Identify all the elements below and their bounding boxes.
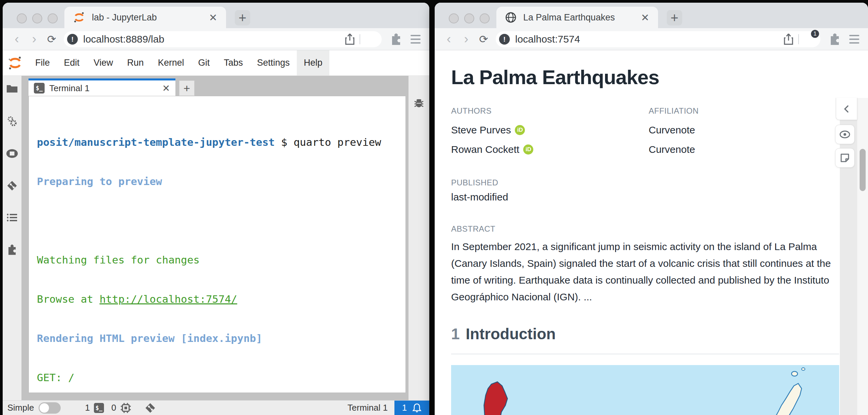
menu-kernel[interactable]: Kernel — [151, 50, 191, 75]
orcid-icon[interactable]: iD — [523, 145, 533, 155]
browser-tab-lapalma[interactable]: La Palma Earthquakes ✕ — [496, 7, 658, 28]
jupyterlab-activity-bar — [3, 76, 22, 400]
brave-shields-icon[interactable] — [365, 33, 377, 46]
debugger-bug-icon[interactable] — [413, 97, 425, 108]
menu-tabs[interactable]: Tabs — [217, 50, 250, 75]
share-icon[interactable] — [345, 33, 355, 45]
zoom-window-button[interactable] — [479, 13, 490, 24]
reload-button[interactable]: ⟳ — [43, 33, 60, 45]
divider — [360, 34, 360, 44]
reload-button[interactable]: ⟳ — [475, 33, 492, 45]
la-graciosa-island — [792, 372, 798, 376]
browser-toolbar: ‹ › ⟳ ! localhost:8889/lab — [3, 28, 429, 50]
browser-tab-jupyterlab[interactable]: lab - JupyterLab ✕ — [64, 7, 226, 28]
traffic-lights[interactable] — [449, 13, 490, 24]
author-affiliation: Curvenote — [649, 122, 839, 138]
extension-manager-icon[interactable] — [6, 244, 18, 255]
islet — [802, 368, 805, 371]
page-scrollbar[interactable] — [857, 98, 868, 415]
author-row: Rowan Cockett iD — [451, 141, 649, 158]
forward-button[interactable]: › — [458, 32, 475, 46]
back-button[interactable]: ‹ — [8, 32, 26, 46]
manuscript-page: La Palma Earthquakes AUTHORS AFFILIATION… — [435, 50, 868, 415]
new-launcher-button[interactable]: + — [179, 81, 194, 96]
url-text[interactable]: localhost:8889/lab — [83, 34, 345, 45]
article: La Palma Earthquakes AUTHORS AFFILIATION… — [451, 50, 839, 415]
canary-islands-map — [451, 365, 839, 415]
new-tab-button[interactable]: + — [235, 10, 250, 26]
menu-settings[interactable]: Settings — [250, 50, 297, 75]
browser-menu-icon[interactable] — [849, 35, 859, 43]
extensions-icon[interactable] — [829, 33, 841, 45]
tab-close-icon[interactable]: ✕ — [639, 12, 651, 24]
file-browser-icon[interactable] — [6, 84, 18, 93]
annotations-button[interactable] — [835, 148, 855, 168]
current-context-label[interactable]: Terminal 1 — [347, 403, 388, 413]
zoom-window-button[interactable] — [48, 13, 58, 24]
kernel-count[interactable]: 0 — [111, 403, 116, 413]
reader-view-button[interactable] — [835, 125, 855, 144]
terminal-tab-close-icon[interactable]: ✕ — [162, 83, 170, 94]
terminal-count-icon[interactable]: $_ — [94, 403, 104, 413]
extensions-icon[interactable] — [390, 33, 402, 45]
frontmatter: AUTHORS AFFILIATION Steve Purves iD Curv… — [451, 106, 839, 158]
collapse-panel-button[interactable] — [836, 98, 857, 120]
terminal-output[interactable]: posit/manuscript-template-jupyter-test $… — [29, 96, 406, 393]
abstract-text: In September 2021, a significant jump in… — [451, 238, 839, 306]
terminal-icon: $_ — [34, 83, 44, 94]
kernel-chip-icon[interactable] — [120, 402, 131, 414]
address-bar[interactable]: ! localhost:8889/lab — [64, 31, 382, 47]
jupyterlab-menubar: File Edit View Run Kernel Git Tabs Setti… — [3, 50, 429, 76]
terminal-line-blank — [37, 214, 405, 227]
preview-url-link[interactable]: http://localhost:7574/ — [100, 293, 238, 305]
forward-button[interactable]: › — [26, 32, 43, 46]
simple-mode-label: Simple — [7, 403, 34, 413]
terminal-count[interactable]: 1 — [85, 403, 90, 413]
menu-file[interactable]: File — [28, 50, 57, 75]
eye-icon — [839, 130, 850, 138]
back-button[interactable]: ‹ — [440, 32, 458, 46]
git-status-icon[interactable] — [145, 403, 156, 413]
section-heading: 1Introduction — [451, 325, 839, 343]
site-info-icon[interactable]: ! — [67, 34, 78, 44]
minimize-window-button[interactable] — [32, 13, 42, 24]
notification-count: 1 — [402, 403, 407, 413]
menu-run[interactable]: Run — [120, 50, 151, 75]
simple-mode-toggle[interactable] — [38, 402, 61, 414]
globe-favicon — [505, 12, 517, 23]
chevron-left-icon — [842, 104, 851, 113]
table-of-contents-icon[interactable] — [7, 213, 18, 222]
close-window-button[interactable] — [449, 13, 459, 24]
jupyterlab-logo — [7, 55, 23, 71]
browser-menu-icon[interactable] — [410, 35, 421, 43]
published-block: PUBLISHED last-modified — [451, 178, 839, 203]
new-tab-button[interactable]: + — [667, 10, 682, 26]
address-bar[interactable]: ! localhost:7574 1 — [496, 31, 820, 47]
jupyterlab-dock: $_ Terminal 1 ✕ + posit/manuscript-templ… — [22, 76, 429, 400]
shields-badge: 1 — [811, 30, 819, 38]
tab-title: lab - JupyterLab — [92, 12, 207, 23]
brave-shields-icon[interactable]: 1 — [804, 33, 816, 46]
running-gears-icon[interactable] — [6, 115, 18, 127]
terminal-tab[interactable]: $_ Terminal 1 ✕ — [29, 78, 176, 96]
menu-help[interactable]: Help — [297, 50, 330, 75]
divider — [798, 34, 799, 44]
orcid-icon[interactable]: iD — [515, 125, 525, 135]
page-title: La Palma Earthquakes — [451, 66, 839, 89]
author-name: Rowan Cockett — [451, 144, 519, 155]
traffic-lights[interactable] — [17, 13, 58, 24]
author-row: Steve Purves iD — [451, 122, 649, 138]
url-text[interactable]: localhost:7574 — [515, 34, 783, 45]
menu-view[interactable]: View — [87, 50, 120, 75]
menu-edit[interactable]: Edit — [57, 50, 87, 75]
scrollbar-thumb[interactable] — [860, 149, 866, 191]
notifications-button[interactable]: 1 — [395, 401, 429, 415]
stop-kernel-icon[interactable] — [6, 149, 18, 158]
menu-git[interactable]: Git — [191, 50, 217, 75]
tab-close-icon[interactable]: ✕ — [207, 12, 219, 24]
site-info-icon[interactable]: ! — [499, 34, 510, 44]
minimize-window-button[interactable] — [464, 13, 474, 24]
share-icon[interactable] — [783, 33, 794, 45]
close-window-button[interactable] — [17, 13, 27, 24]
git-icon[interactable] — [7, 180, 18, 191]
